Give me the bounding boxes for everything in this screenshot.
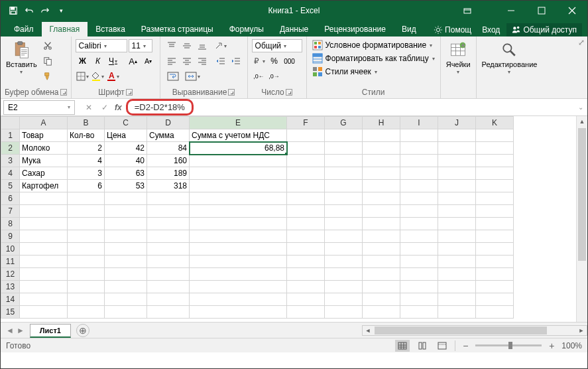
page-break-view-icon[interactable] [435, 340, 449, 352]
tab-view[interactable]: Вид [394, 22, 424, 37]
expand-formula-bar-icon[interactable]: ⌄ [578, 104, 583, 111]
cell[interactable]: 84 [147, 142, 190, 155]
formula-input[interactable]: =D2-D2*18% [126, 99, 194, 115]
cell[interactable]: 53 [105, 180, 147, 192]
minimize-icon[interactable] [496, 1, 526, 21]
cell[interactable]: Сахар [20, 167, 68, 180]
save-icon[interactable] [6, 3, 21, 18]
vertical-scrollbar[interactable]: ▲ [576, 116, 587, 322]
sheet-nav-prev-icon[interactable]: ◄ [6, 326, 14, 335]
align-left-icon[interactable] [164, 54, 179, 68]
comma-format-icon[interactable]: 000 [282, 54, 297, 68]
zoom-slider[interactable] [475, 344, 542, 346]
cell[interactable]: 42 [105, 142, 147, 155]
zoom-out-button[interactable]: − [461, 340, 470, 351]
cell[interactable]: 63 [105, 167, 147, 180]
borders-icon[interactable]: ▾ [76, 70, 90, 83]
merge-center-icon[interactable]: ▾ [182, 70, 203, 83]
col-header[interactable]: B [68, 117, 105, 129]
normal-view-icon[interactable] [395, 340, 410, 352]
redo-icon[interactable] [38, 3, 52, 18]
number-dialog-launcher[interactable] [286, 89, 292, 96]
italic-button[interactable]: К [91, 54, 105, 68]
collapse-ribbon-icon[interactable]: ⤢ [575, 37, 587, 98]
col-header[interactable]: E [190, 117, 287, 129]
enter-formula-icon[interactable]: ✓ [99, 103, 111, 112]
zoom-level[interactable]: 100% [561, 341, 582, 350]
cell[interactable]: Картофел [20, 180, 68, 192]
orientation-icon[interactable]: ▾ [213, 39, 228, 52]
add-sheet-button[interactable]: ⊕ [76, 324, 89, 337]
cell[interactable] [190, 167, 287, 180]
align-right-icon[interactable] [195, 54, 209, 68]
tab-file[interactable]: Файл [6, 22, 42, 37]
col-header[interactable]: H [363, 117, 400, 129]
spreadsheet-grid[interactable]: A B C D E F G H I J K 1ТоварКол-воЦенаСу… [1, 116, 587, 322]
tab-page-layout[interactable]: Разметка страницы [133, 22, 221, 37]
increase-font-icon[interactable]: A▴ [126, 54, 141, 68]
col-header[interactable]: C [105, 117, 147, 129]
increase-decimal-icon[interactable]: ,0← [252, 70, 266, 83]
row-header[interactable]: 8 [1, 218, 20, 230]
fx-icon[interactable]: fx [115, 103, 122, 112]
col-header[interactable]: F [287, 117, 325, 129]
decrease-decimal-icon[interactable]: ,0→ [267, 70, 282, 83]
decrease-font-icon[interactable]: A▾ [141, 54, 156, 68]
format-painter-icon[interactable] [41, 70, 54, 83]
underline-button[interactable]: Ч▾ [106, 54, 121, 68]
cell[interactable]: Сумма [147, 129, 190, 142]
align-center-icon[interactable] [180, 54, 194, 68]
row-header[interactable]: 10 [1, 243, 20, 256]
row-header[interactable]: 11 [1, 256, 20, 268]
cell[interactable]: 2 [68, 142, 105, 155]
font-color-icon[interactable]: A▾ [106, 70, 121, 83]
cell[interactable] [190, 155, 287, 167]
align-dialog-launcher[interactable] [228, 89, 235, 96]
cell[interactable]: Товар [20, 129, 68, 142]
close-icon[interactable] [557, 1, 587, 21]
row-header[interactable]: 13 [1, 281, 20, 293]
row-header[interactable]: 6 [1, 192, 20, 205]
cell[interactable]: 160 [147, 155, 190, 167]
cell[interactable]: 6 [68, 180, 105, 192]
align-middle-icon[interactable] [180, 39, 194, 52]
cancel-formula-icon[interactable]: ✕ [83, 103, 95, 112]
cell-styles-button[interactable]: Стили ячеек▾ [311, 66, 379, 78]
cell[interactable]: Цена [105, 129, 147, 142]
clipboard-dialog-launcher[interactable] [60, 89, 67, 96]
cell[interactable]: 189 [147, 167, 190, 180]
row-header[interactable]: 3 [1, 155, 20, 167]
cells-button[interactable]: + Ячейки ▾ [445, 39, 472, 77]
row-header[interactable]: 5 [1, 180, 20, 192]
row-header[interactable]: 9 [1, 230, 20, 243]
sheet-tab[interactable]: Лист1 [30, 324, 71, 338]
number-format-combo[interactable]: Общий▾ [252, 39, 302, 52]
qat-customize-icon[interactable]: ▾ [54, 3, 68, 18]
page-layout-view-icon[interactable] [415, 340, 430, 352]
col-header[interactable]: J [438, 117, 476, 129]
cell[interactable]: Кол-во [68, 129, 105, 142]
percent-format-icon[interactable]: % [267, 54, 282, 68]
cell[interactable]: Мука [20, 155, 68, 167]
active-cell[interactable]: 68,88 [190, 142, 287, 155]
row-header[interactable]: 12 [1, 268, 20, 281]
tab-data[interactable]: Данные [272, 22, 316, 37]
editing-button[interactable]: Редактирование ▾ [481, 39, 539, 77]
col-header[interactable]: K [476, 117, 514, 129]
tab-formulas[interactable]: Формулы [221, 22, 272, 37]
cell[interactable] [190, 180, 287, 192]
cell[interactable]: 3 [68, 167, 105, 180]
cut-icon[interactable] [41, 39, 54, 52]
login-button[interactable]: Вход [478, 24, 504, 36]
cell[interactable]: 4 [68, 155, 105, 167]
share-button[interactable]: Общий доступ [506, 23, 582, 37]
ribbon-options-icon[interactable] [452, 1, 483, 21]
tab-home[interactable]: Главная [42, 22, 88, 37]
col-header[interactable]: A [20, 117, 68, 129]
row-header[interactable]: 2 [1, 142, 20, 155]
conditional-formatting-button[interactable]: Условное форматирование▾ [311, 39, 434, 51]
copy-icon[interactable] [41, 54, 54, 68]
undo-icon[interactable] [22, 3, 36, 18]
horizontal-scrollbar[interactable]: ◄► [362, 325, 587, 336]
cell[interactable]: Молоко [20, 142, 68, 155]
